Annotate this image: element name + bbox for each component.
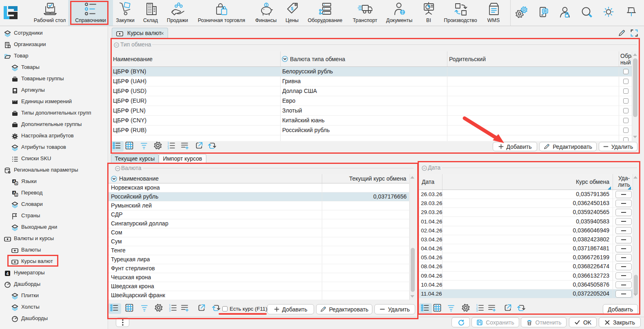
svg-text:3: 3 xyxy=(476,309,478,312)
svg-text:3: 3 xyxy=(169,309,171,312)
svg-text:$: $ xyxy=(291,6,293,11)
svg-text:я: я xyxy=(15,182,17,185)
svg-text:я: я xyxy=(15,194,17,196)
svg-text:4: 4 xyxy=(7,271,9,276)
svg-text:3: 3 xyxy=(168,147,169,150)
